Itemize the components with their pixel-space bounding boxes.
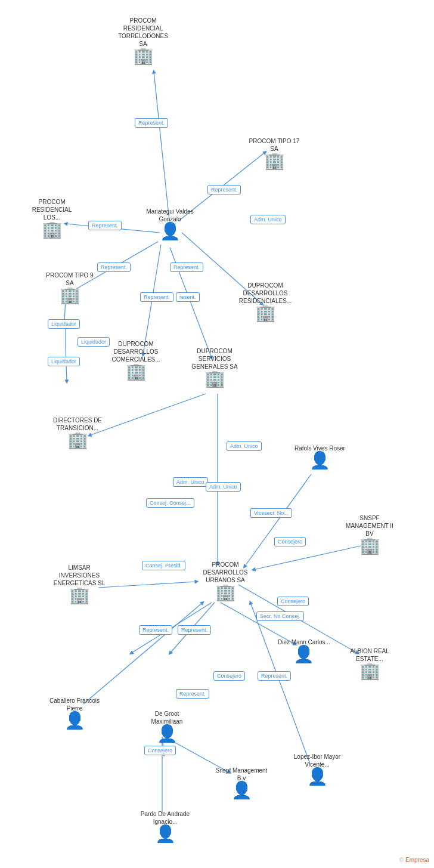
person-icon-de-groot: 👤 <box>157 725 178 742</box>
represent-badge-7[interactable]: resent. <box>176 292 200 302</box>
consej-consej-badge[interactable]: Consej. Consej... <box>146 498 194 508</box>
person-icon-pardo-andrade: 👤 <box>155 826 176 842</box>
liquidador-badge-1[interactable]: Liquidador <box>48 319 80 329</box>
represent-badge-bottom-1[interactable]: Represent. <box>139 625 172 635</box>
consejero-badge-1[interactable]: Consejero <box>274 537 306 546</box>
badge-represent-5[interactable]: Represent. <box>170 262 203 272</box>
label-albion: ALBION REAL ESTATE... <box>343 647 396 663</box>
represent-badge-de-groot[interactable]: Represent. <box>176 689 209 699</box>
label-procom-residencial-los: PROCOM RESIDENCIAL LOS... <box>25 198 79 221</box>
node-snspf-management: SNSPF MANAGEMENT II BV 🏢 <box>343 514 396 554</box>
building-icon-tipo9: 🏢 <box>60 287 80 304</box>
consej-presid-badge[interactable]: Consej. Presid. <box>142 561 185 570</box>
person-icon-lopez-ibor: 👤 <box>307 768 328 785</box>
building-icon-duprocom-servicios: 🏢 <box>204 370 225 387</box>
represent-badge-1[interactable]: Represent. <box>135 118 168 128</box>
badge-vicesecr[interactable]: Vicesecr. No... <box>250 508 292 518</box>
liquidador-badge-2[interactable]: Liquidador <box>78 337 110 347</box>
label-procom-tipo9: PROCOM TIPO 9 SA <box>43 271 97 287</box>
watermark: © Empresa <box>399 857 429 863</box>
building-icon-tipo17: 🏢 <box>264 153 285 169</box>
badge-consejero-2[interactable]: Consejero <box>277 597 309 606</box>
label-snspf-management: SNSPF MANAGEMENT II BV <box>343 514 396 538</box>
svg-line-0 <box>154 72 169 221</box>
label-pardo-andrade: Pardo De Andrade Ignacio... <box>138 810 192 826</box>
badge-consejero-4[interactable]: Consejero <box>144 746 176 755</box>
label-duprocom-comerciales: DUPROCOM DESARROLLOS COMERCIALES... <box>109 340 163 363</box>
person-icon-rafols: 👤 <box>309 452 330 469</box>
building-icon-albion: 🏢 <box>359 663 380 679</box>
adm-unico-badge-3[interactable]: Adm. Unico <box>173 477 208 487</box>
badge-represent-6[interactable]: Represent. <box>140 292 173 302</box>
label-duprocom-servicios: DUPROCOM SERVICIOS GENERALES SA <box>188 347 241 370</box>
label-procom-tipo17: PROCOM TIPO 17 SA <box>247 137 301 153</box>
badge-adm-unico-tipo17[interactable]: Adm. Unico <box>250 215 286 224</box>
badge-adm-unico-4[interactable]: Adm. Unico <box>206 482 241 492</box>
adm-unico-badge-4[interactable]: Adm. Unico <box>206 482 241 492</box>
adm-unico-badge-2[interactable]: Adm. Unico <box>227 441 262 451</box>
node-duprocom-comerciales: DUPROCOM DESARROLLOS COMERCIALES... 🏢 <box>109 340 163 380</box>
badge-represent-diez-mann[interactable]: Represent. <box>258 671 291 681</box>
label-directores: DIRECTORES DE TRANSICION... <box>51 416 104 432</box>
diagram-container: PROCOM RESIDENCIAL TORRELODONES SA 🏢 Rep… <box>0 0 434 868</box>
label-procom-residencial-torrelodones: PROCOM RESIDENCIAL TORRELODONES SA <box>116 17 170 48</box>
badge-represent-de-groot[interactable]: Represent. <box>176 689 209 699</box>
building-icon-procom-desarrollos-urbanos: 🏢 <box>215 584 236 601</box>
building-icon-directores: 🏢 <box>67 432 88 449</box>
adm-unico-badge-1[interactable]: Adm. Unico <box>250 215 286 224</box>
building-icon-residencial-los: 🏢 <box>42 221 63 238</box>
badge-consej-consej[interactable]: Consej. Consej... <box>146 498 194 508</box>
represent-badge-2[interactable]: Represent. <box>207 185 241 194</box>
badge-liquidador-3[interactable]: Liquidador <box>48 357 80 366</box>
person-icon-snspf-management-bv: 👤 <box>231 782 252 799</box>
badge-secr-no-consej[interactable]: Secr. No Consej. <box>256 611 304 621</box>
represent-badge-bottom-2[interactable]: Represent. <box>178 625 211 635</box>
svg-line-11 <box>89 394 206 435</box>
node-procom-desarrollos-urbanos: PROCOM DESARROLLOS URBANOS SA 🏢 <box>199 561 252 601</box>
node-mariategui: Mariategui Valdes Gonzalo 👤 <box>143 208 197 240</box>
node-snspf-management-bv: Snspf Management B.v 👤 <box>215 767 268 799</box>
badge-represent-torrelodones[interactable]: Represent. <box>135 118 168 128</box>
person-icon-diez-mann: 👤 <box>293 646 314 663</box>
node-caballero: Caballero Francois Pierre 👤 <box>48 697 101 729</box>
person-icon-caballero: 👤 <box>64 712 85 729</box>
badge-represent-bottom-2[interactable]: Represent. <box>178 625 211 635</box>
represent-badge-5[interactable]: Represent. <box>170 262 203 272</box>
badge-represent-bottom-1[interactable]: Represent. <box>139 625 172 635</box>
badge-consejero-3[interactable]: Consejero <box>213 671 245 681</box>
label-procom-desarrollos-urbanos: PROCOM DESARROLLOS URBANOS SA <box>199 561 252 584</box>
badge-represent-residencial-los[interactable]: Represent. <box>88 221 122 230</box>
represent-badge-4[interactable]: Represent. <box>97 262 131 272</box>
represent-badge-3[interactable]: Represent. <box>88 221 122 230</box>
label-mariategui: Mariategui Valdes Gonzalo <box>143 208 197 223</box>
node-pardo-andrade: Pardo De Andrade Ignacio... 👤 <box>138 810 192 842</box>
represent-badge-6[interactable]: Represent. <box>140 292 173 302</box>
badge-adm-unico-3[interactable]: Adm. Unico <box>173 477 208 487</box>
node-procom-tipo9: PROCOM TIPO 9 SA 🏢 <box>43 271 97 304</box>
node-duprocom-servicios: DUPROCOM SERVICIOS GENERALES SA 🏢 <box>188 347 241 387</box>
represent-badge-diez-mann[interactable]: Represent. <box>258 671 291 681</box>
badge-present-7[interactable]: resent. <box>176 292 200 302</box>
badge-consejero-1[interactable]: Consejero <box>274 537 306 546</box>
node-de-groot: De Groot Maximiliaan 👤 <box>140 710 194 742</box>
node-lopez-ibor: Lopez-Ibor Mayor Vicente... 👤 <box>290 753 344 785</box>
badge-consej-presid[interactable]: Consej. Presid. <box>142 561 185 570</box>
badge-liquidador-1[interactable]: Liquidador <box>48 319 80 329</box>
consejero-badge-3[interactable]: Consejero <box>213 671 245 681</box>
building-icon-snspf-management: 🏢 <box>359 538 380 554</box>
node-procom-residencial-torrelodones: PROCOM RESIDENCIAL TORRELODONES SA 🏢 <box>116 17 170 64</box>
vicesecr-badge[interactable]: Vicesecr. No... <box>250 508 292 518</box>
node-procom-residencial-los: PROCOM RESIDENCIAL LOS... 🏢 <box>25 198 79 238</box>
building-icon-duprocom-residenciales: 🏢 <box>255 305 276 322</box>
badge-represent-4[interactable]: Represent. <box>97 262 131 272</box>
node-duprocom-residenciales: DUPROCOM DESARROLLOS RESIDENCIALES... 🏢 <box>238 282 292 322</box>
consejero-badge-2[interactable]: Consejero <box>277 597 309 606</box>
svg-line-14 <box>98 582 197 588</box>
secr-no-consej-badge[interactable]: Secr. No Consej. <box>256 611 304 621</box>
person-icon-mariategui: 👤 <box>160 223 181 240</box>
badge-represent-tipo17[interactable]: Represent. <box>207 185 241 194</box>
consejero-badge-4[interactable]: Consejero <box>144 746 176 755</box>
liquidador-badge-3[interactable]: Liquidador <box>48 357 80 366</box>
badge-adm-unico-2[interactable]: Adm. Unico <box>227 441 262 451</box>
badge-liquidador-2[interactable]: Liquidador <box>78 337 110 347</box>
